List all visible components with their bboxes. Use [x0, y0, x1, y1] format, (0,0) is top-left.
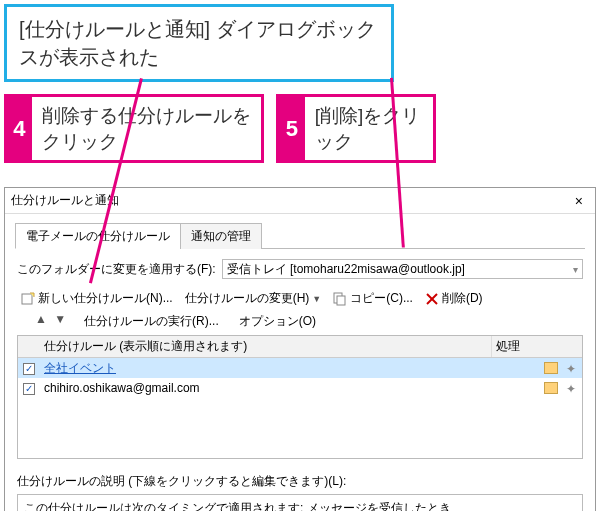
new-rule-icon	[21, 292, 35, 306]
move-updown[interactable]: ▲ ▼	[35, 312, 68, 331]
rule-description-label: 仕分けルールの説明 (下線をクリックすると編集できます)(L):	[17, 473, 583, 490]
rule-description-section: 仕分けルールの説明 (下線をクリックすると編集できます)(L): この仕分けルー…	[17, 473, 583, 511]
step-4-text: 削除する仕分けルールをクリック	[32, 97, 261, 160]
tab-strip: 電子メールの仕分けルール 通知の管理	[15, 222, 585, 249]
rule-type-icon: ✦	[562, 362, 576, 374]
tab-email-rules[interactable]: 電子メールの仕分けルール	[15, 223, 181, 249]
change-rule-label: 仕分けルールの変更(H)	[185, 290, 310, 307]
callout-top-text: [仕分けルールと通知] ダイアログボックスが表示された	[4, 4, 394, 82]
rule-checkbox[interactable]: ✓	[23, 363, 35, 375]
rules-dialog: 仕分けルールと通知 × 電子メールの仕分けルール 通知の管理 このフォルダーに変…	[4, 187, 596, 511]
copy-rule-button[interactable]: コピー(C)...	[329, 289, 417, 308]
steps-row: 4 削除する仕分けルールをクリック 5 [削除]をクリック	[4, 94, 596, 163]
new-rule-button[interactable]: 新しい仕分けルール(N)...	[17, 289, 177, 308]
folder-value: 受信トレイ [tomoharu22misawa@outlook.jp]	[227, 261, 465, 278]
run-rules-button[interactable]: 仕分けルールの実行(R)...	[80, 312, 223, 331]
svg-rect-0	[22, 294, 32, 304]
rule-table: 仕分けルール (表示順に適用されます) 処理 ✓ 全社イベント ✦ ✓ chih…	[17, 335, 583, 459]
step-4: 4 削除する仕分けルールをクリック	[4, 94, 264, 163]
step-5-num: 5	[279, 97, 305, 160]
table-row[interactable]: ✓ chihiro.oshikawa@gmail.com ✦	[18, 378, 582, 398]
svg-rect-2	[337, 296, 345, 305]
rule-name: 全社イベント	[44, 360, 116, 377]
copy-icon	[333, 292, 347, 306]
folder-icon	[544, 382, 558, 394]
copy-rule-label: コピー(C)...	[350, 290, 413, 307]
folder-row: このフォルダーに変更を適用する(F): 受信トレイ [tomoharu22mis…	[17, 259, 583, 279]
rule-table-header: 仕分けルール (表示順に適用されます) 処理	[18, 336, 582, 358]
dialog-titlebar: 仕分けルールと通知 ×	[5, 188, 595, 214]
chevron-down-icon: ▾	[573, 264, 578, 275]
folder-icon	[544, 362, 558, 374]
sub-actions: ▲ ▼ 仕分けルールの実行(R)... オプション(O)	[35, 312, 583, 331]
delete-rule-button[interactable]: 削除(D)	[421, 289, 487, 308]
options-button[interactable]: オプション(O)	[235, 312, 320, 331]
chevron-down-icon: ▼	[312, 294, 321, 304]
rule-type-icon: ✦	[562, 382, 576, 394]
desc-line-1: この仕分けルールは次のタイミングで適用されます: メッセージを受信したとき	[24, 499, 576, 511]
step-5-text: [削除]をクリック	[305, 97, 433, 160]
folder-label: このフォルダーに変更を適用する(F):	[17, 261, 216, 278]
rule-table-blank	[18, 398, 582, 458]
delete-icon	[425, 292, 439, 306]
table-row[interactable]: ✓ 全社イベント ✦	[18, 358, 582, 378]
rules-toolbar: 新しい仕分けルール(N)... 仕分けルールの変更(H) ▼ コピー(C)...…	[17, 289, 583, 308]
dialog-title: 仕分けルールと通知	[11, 192, 119, 209]
step-4-num: 4	[7, 97, 32, 160]
close-button[interactable]: ×	[569, 193, 589, 209]
tab-notifications[interactable]: 通知の管理	[180, 223, 262, 249]
rule-description-box: この仕分けルールは次のタイミングで適用されます: メッセージを受信したとき [件…	[17, 494, 583, 511]
step-5: 5 [削除]をクリック	[276, 94, 436, 163]
col-rule-header[interactable]: 仕分けルール (表示順に適用されます)	[40, 336, 492, 357]
new-rule-label: 新しい仕分けルール(N)...	[38, 290, 173, 307]
change-rule-button[interactable]: 仕分けルールの変更(H) ▼	[181, 289, 326, 308]
rule-name: chihiro.oshikawa@gmail.com	[44, 381, 200, 395]
col-action-header[interactable]: 処理	[492, 336, 582, 357]
delete-rule-label: 削除(D)	[442, 290, 483, 307]
rule-checkbox[interactable]: ✓	[23, 383, 35, 395]
folder-select[interactable]: 受信トレイ [tomoharu22misawa@outlook.jp] ▾	[222, 259, 583, 279]
